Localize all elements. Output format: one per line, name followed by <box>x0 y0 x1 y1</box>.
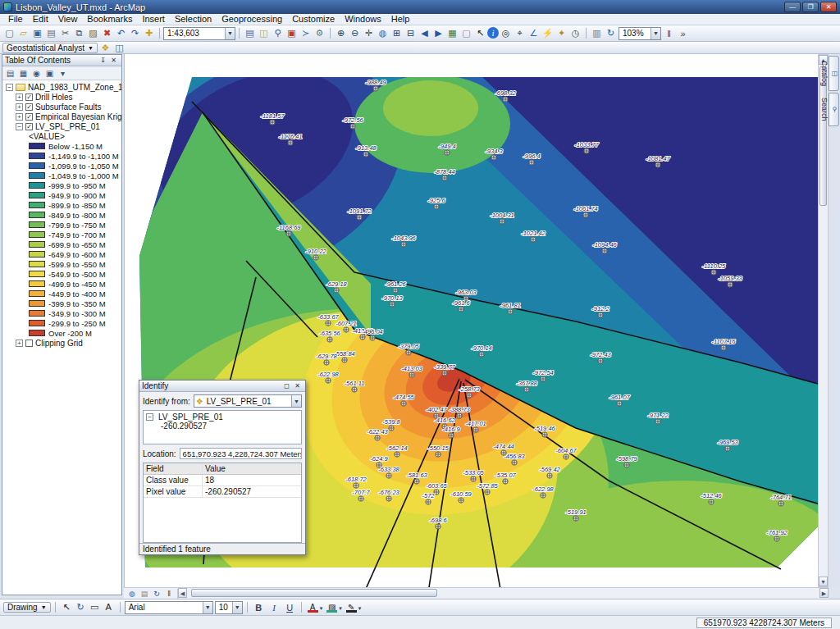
identify-table-row[interactable]: Pixel value-260.290527 <box>144 486 301 498</box>
legend-row[interactable]: -399.9 to -350 M <box>4 299 121 308</box>
legend-swatch[interactable] <box>29 330 45 336</box>
menu-file[interactable]: File <box>3 14 28 25</box>
legend-row[interactable]: -599.9 to -550 M <box>4 259 121 269</box>
map-horizontal-scrollbar[interactable]: ◀ ▶ <box>178 588 829 599</box>
vertical-scroll-thumb[interactable] <box>819 66 827 206</box>
layer-checkbox[interactable]: ✓ <box>25 93 33 101</box>
arctoolbox-icon[interactable]: ▣ <box>285 27 299 40</box>
toc-row-dataframe[interactable]: −NAD_1983_UTM_Zone_12N <box>4 82 121 92</box>
undo-icon[interactable]: ↶ <box>114 27 128 40</box>
italic-button[interactable]: I <box>267 601 281 614</box>
hyperlink-icon[interactable]: ⚡ <box>541 27 555 40</box>
print-icon[interactable]: ▤ <box>44 27 58 40</box>
close-icon[interactable]: ✕ <box>108 56 119 65</box>
refresh-view-icon[interactable]: ↻ <box>151 589 162 599</box>
delete-icon[interactable]: ✖ <box>100 27 114 40</box>
catalog-window-icon[interactable]: ◫ <box>257 27 271 40</box>
data-view-icon[interactable]: ◍ <box>126 589 138 599</box>
list-by-visibility-icon[interactable]: ◉ <box>30 67 43 79</box>
map-canvas[interactable]: -988.49-698.32-972.56-1181.57-1176.41-91… <box>124 54 818 587</box>
layer-checkbox[interactable]: ✓ <box>25 123 33 130</box>
layer-checkbox[interactable]: ✓ <box>25 103 33 111</box>
legend-row[interactable]: -449.9 to -400 M <box>4 289 121 299</box>
save-icon[interactable]: ▣ <box>30 27 44 40</box>
toc-row-layer[interactable]: +✓Drill Holes <box>4 92 121 102</box>
maximize-button[interactable]: ❐ <box>802 2 819 12</box>
list-by-drawing-order-icon[interactable]: ▤ <box>4 67 16 79</box>
legend-row[interactable]: -799.9 to -750 M <box>4 220 121 230</box>
chevron-down-icon[interactable]: ▾ <box>339 605 342 611</box>
expand-icon[interactable]: + <box>16 113 23 121</box>
chevron-down-icon[interactable]: ▼ <box>232 602 242 613</box>
ga-explore-icon[interactable]: ◫ <box>112 41 126 54</box>
legend-row[interactable]: -1,149.9 to -1,100 M <box>4 151 121 161</box>
time-slider-icon[interactable]: ◷ <box>568 27 582 40</box>
legend-swatch[interactable] <box>29 162 45 169</box>
close-icon[interactable]: ✕ <box>292 381 303 390</box>
map-scale-combo[interactable]: 1:43,603 ▼ <box>163 27 235 40</box>
legend-swatch[interactable] <box>29 271 45 277</box>
python-window-icon[interactable]: ≻ <box>299 27 313 40</box>
chevron-down-icon[interactable]: ▼ <box>225 28 235 39</box>
clear-selection-icon[interactable]: ▢ <box>459 27 473 40</box>
font-size-combo[interactable]: 10 ▼ <box>215 601 243 614</box>
identify-icon[interactable]: i <box>487 27 499 39</box>
line-color-button[interactable]: ✎ <box>345 601 358 613</box>
legend-swatch[interactable] <box>29 221 45 228</box>
scroll-right-icon[interactable]: ▶ <box>819 588 829 598</box>
toc-row-value-header[interactable]: <VALUE> <box>4 131 121 141</box>
toc-row-layer[interactable]: −✓LV_SPL_PRE_01 <box>4 121 121 131</box>
legend-swatch[interactable] <box>29 280 45 287</box>
chevron-down-icon[interactable]: ▼ <box>203 602 212 613</box>
legend-row[interactable]: -899.9 to -850 M <box>4 200 121 210</box>
text-tool-icon[interactable]: A <box>102 600 116 613</box>
geostatistical-analyst-menu[interactable]: Geostatistical Analyst ▼ <box>2 43 98 53</box>
select-features-icon[interactable]: ▦ <box>445 27 459 40</box>
cut-icon[interactable]: ✂ <box>58 27 72 40</box>
chevron-down-icon[interactable]: ▾ <box>358 605 362 611</box>
pause-drawing-icon[interactable]: ‖ <box>163 589 175 599</box>
font-color-button[interactable]: A <box>306 601 320 613</box>
open-folder-icon[interactable]: ▱ <box>16 27 30 40</box>
legend-swatch[interactable] <box>29 241 45 248</box>
legend-row[interactable]: Over -200 M <box>4 328 121 338</box>
select-elements-icon[interactable]: ↖ <box>60 601 74 614</box>
map-vertical-scrollbar[interactable]: ▲ ▼ <box>818 54 829 587</box>
legend-row[interactable]: -549.9 to -500 M <box>4 269 121 279</box>
zoom-out-icon[interactable]: ⊖ <box>348 27 362 40</box>
legend-swatch[interactable] <box>29 153 45 159</box>
overflow-icon[interactable]: » <box>676 27 690 40</box>
toc-options-icon[interactable]: ▾ <box>57 67 69 79</box>
legend-row[interactable]: -349.9 to -300 M <box>4 308 121 318</box>
legend-row[interactable]: -849.9 to -800 M <box>4 210 121 220</box>
legend-row[interactable]: -999.9 to -950 M <box>4 180 121 190</box>
expand-icon[interactable]: + <box>16 103 23 111</box>
legend-swatch[interactable] <box>29 310 45 317</box>
forward-extent-icon[interactable]: ▶ <box>431 27 445 40</box>
table-of-contents-icon[interactable]: ▤ <box>243 27 257 40</box>
identify-tree-child[interactable]: -260.290527 <box>146 422 299 431</box>
fixed-zoom-in-icon[interactable]: ⊞ <box>390 27 404 40</box>
legend-swatch[interactable] <box>29 290 45 297</box>
legend-row[interactable]: -1,099.9 to -1,050 M <box>4 161 121 171</box>
expand-icon[interactable]: + <box>16 93 23 101</box>
new-document-icon[interactable]: ▢ <box>2 27 16 40</box>
fill-color-button[interactable]: ▨ <box>325 601 339 613</box>
font-family-combo[interactable]: Arial ▼ <box>125 601 213 614</box>
menu-bookmarks[interactable]: Bookmarks <box>82 14 137 25</box>
identify-title-bar[interactable]: Identify ◻ ✕ <box>139 381 305 392</box>
bold-button[interactable]: B <box>252 601 266 614</box>
fixed-zoom-out-icon[interactable]: ⊟ <box>404 27 418 40</box>
scroll-left-icon[interactable]: ◀ <box>178 588 187 598</box>
dock-icon[interactable]: ◻ <box>281 381 292 390</box>
pin-icon[interactable]: ↧ <box>98 56 108 65</box>
layout-view-icon[interactable]: ▤ <box>139 589 150 599</box>
select-elements-icon[interactable]: ↖ <box>473 27 487 40</box>
toc-row-layer[interactable]: +✓Subsurface Faults <box>4 102 121 112</box>
layer-checkbox[interactable] <box>25 340 33 347</box>
back-extent-icon[interactable]: ◀ <box>418 27 431 40</box>
collapse-icon[interactable]: − <box>146 413 153 421</box>
legend-row[interactable]: Below -1,150 M <box>4 141 121 151</box>
menu-customize[interactable]: Customize <box>287 14 340 25</box>
menu-view[interactable]: View <box>53 14 83 25</box>
